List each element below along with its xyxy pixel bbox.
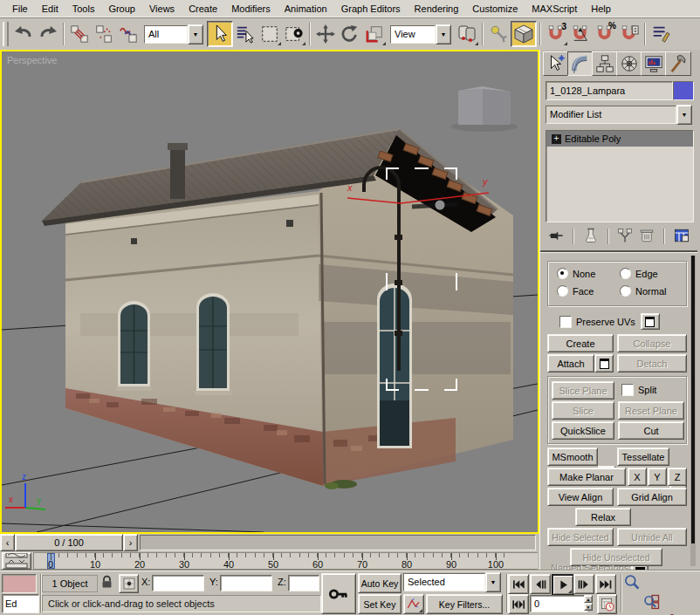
menu-tools[interactable]: Tools	[65, 2, 102, 16]
attach-button[interactable]: Attach	[547, 354, 594, 372]
undo-button[interactable]	[11, 22, 36, 46]
time-slider-prev-button[interactable]: ‹	[0, 534, 15, 551]
make-planar-x-button[interactable]: X	[628, 468, 647, 486]
menu-group[interactable]: Group	[101, 2, 142, 16]
modifier-list-dropdown[interactable]: Modifier List ▼	[546, 106, 692, 124]
go-to-end-button[interactable]	[595, 574, 616, 594]
pin-stack-button[interactable]	[548, 228, 564, 245]
snaps-toggle-button[interactable]	[511, 21, 537, 47]
radio-face[interactable]: Face	[557, 285, 594, 297]
select-and-manipulate-button[interactable]	[486, 22, 511, 46]
distant-box-object[interactable]	[451, 86, 518, 132]
spinner-down-icon[interactable]: ▼	[584, 603, 593, 611]
select-by-name-button[interactable]	[233, 22, 257, 46]
key-filter-selected-dropdown[interactable]: Selected ▼	[403, 573, 501, 591]
select-and-rotate-button[interactable]	[338, 22, 362, 46]
x-coordinate-field[interactable]	[152, 575, 204, 591]
snap-toggle-magnet-button[interactable]: 3	[544, 22, 568, 46]
go-to-start-button[interactable]	[508, 574, 529, 594]
collapse-button[interactable]: Collapse	[617, 334, 687, 352]
angle-snap-toggle-button[interactable]	[568, 22, 593, 46]
redo-button[interactable]	[36, 22, 60, 46]
menu-create[interactable]: Create	[182, 2, 224, 16]
named-selection-sets-button[interactable]	[649, 22, 673, 46]
make-unique-button[interactable]	[617, 228, 633, 245]
key-mode-toggle-button[interactable]	[508, 594, 529, 614]
slice-plane-button[interactable]: Slice Plane	[552, 381, 614, 400]
time-slider-track[interactable]	[140, 535, 536, 550]
attach-settings-button[interactable]	[594, 354, 614, 372]
show-end-result-button[interactable]	[583, 228, 599, 245]
time-configuration-button[interactable]	[597, 594, 617, 614]
time-slider-handle[interactable]: 0 / 100	[15, 534, 123, 551]
hide-selected-button[interactable]: Hide Selected	[547, 528, 614, 546]
selection-lock-toggle[interactable]	[100, 574, 115, 591]
menu-graph-editors[interactable]: Graph Editors	[334, 2, 408, 16]
previous-frame-button[interactable]	[530, 574, 551, 594]
relax-button[interactable]: Relax	[575, 508, 631, 526]
tab-utilities[interactable]	[665, 51, 691, 76]
absolute-offset-mode-toggle[interactable]	[119, 574, 139, 593]
radio-none[interactable]: None	[557, 268, 595, 279]
zoom-all-button[interactable]	[643, 593, 700, 612]
menu-edit[interactable]: Edit	[35, 2, 65, 16]
radio-normal[interactable]: Normal	[620, 285, 666, 297]
bind-to-space-warp-button[interactable]	[116, 22, 141, 46]
select-object-button[interactable]	[207, 21, 233, 47]
create-button[interactable]: Create	[547, 334, 614, 352]
trackbar-ruler[interactable]: 0102030405060708090100	[33, 552, 538, 570]
tab-hierarchy[interactable]	[592, 51, 618, 76]
remove-modifier-button[interactable]	[639, 228, 655, 245]
key-filters-button[interactable]: Key Filters...	[426, 594, 503, 614]
menu-views[interactable]: Views	[142, 2, 182, 16]
rollout-scrollbar[interactable]	[690, 256, 696, 566]
rectangular-selection-region-button[interactable]	[257, 22, 282, 46]
time-slider-next-button[interactable]: ›	[123, 534, 138, 551]
unlink-selection-button[interactable]	[92, 22, 116, 46]
percent-snap-toggle-button[interactable]: %	[593, 22, 617, 46]
view-align-button[interactable]: View Align	[547, 488, 614, 506]
set-keys-button[interactable]	[321, 573, 356, 614]
object-color-swatch[interactable]	[673, 81, 694, 100]
menu-modifiers[interactable]: Modifiers	[224, 2, 278, 16]
perspective-viewport[interactable]: x y x y z Perspe	[2, 51, 538, 532]
current-frame-field[interactable]: 0	[530, 595, 587, 612]
macro-recorder-pane[interactable]	[2, 574, 37, 593]
make-planar-z-button[interactable]: Z	[668, 468, 687, 486]
spinner-up-icon[interactable]: ▲	[584, 595, 593, 603]
radio-none-icon[interactable]	[557, 268, 568, 279]
building-model[interactable]	[42, 129, 513, 489]
tab-modify[interactable]	[567, 51, 594, 76]
preserve-uvs-checkbox[interactable]	[559, 316, 572, 328]
menu-animation[interactable]: Animation	[278, 2, 334, 16]
default-in-out-tangents-button[interactable]	[403, 594, 424, 614]
next-frame-button[interactable]	[573, 574, 594, 594]
reference-coordinate-system-dropdown[interactable]: View ▼	[390, 25, 451, 44]
expand-plus-icon[interactable]: +	[552, 134, 561, 144]
zoom-button[interactable]	[623, 574, 700, 593]
make-planar-y-button[interactable]: Y	[648, 468, 667, 486]
reset-plane-button[interactable]: Reset Plane	[618, 401, 684, 420]
slice-button[interactable]: Slice	[552, 401, 614, 420]
object-name-field[interactable]: 1_0128_Lampara	[546, 81, 673, 100]
split-checkbox[interactable]	[621, 384, 634, 396]
spinner-snap-toggle-button[interactable]	[617, 22, 642, 46]
tessellate-button[interactable]: Tessellate	[617, 448, 669, 466]
set-key-button[interactable]: Set Key	[358, 594, 401, 614]
open-mini-curve-editor-button[interactable]	[2, 552, 31, 570]
dropdown-arrow-icon[interactable]: ▼	[436, 24, 451, 44]
dropdown-arrow-icon[interactable]: ▼	[188, 24, 203, 44]
radio-normal-icon[interactable]	[620, 285, 631, 297]
maxscript-mini-listener[interactable]: Ed	[2, 594, 39, 613]
cut-button[interactable]: Cut	[618, 421, 684, 440]
tab-display[interactable]	[641, 51, 667, 76]
tab-motion[interactable]	[616, 51, 642, 76]
radio-edge[interactable]: Edge	[620, 268, 658, 279]
make-planar-button[interactable]: Make Planar	[547, 468, 626, 486]
select-and-scale-button[interactable]	[362, 22, 387, 46]
modifier-stack-list[interactable]: + Editable Poly	[546, 130, 694, 222]
configure-modifier-sets-button[interactable]	[674, 228, 690, 245]
dropdown-arrow-icon[interactable]: ▼	[676, 105, 692, 125]
modifier-stack-row-editable-poly[interactable]: + Editable Poly	[546, 131, 693, 147]
z-coordinate-field[interactable]	[288, 575, 319, 591]
